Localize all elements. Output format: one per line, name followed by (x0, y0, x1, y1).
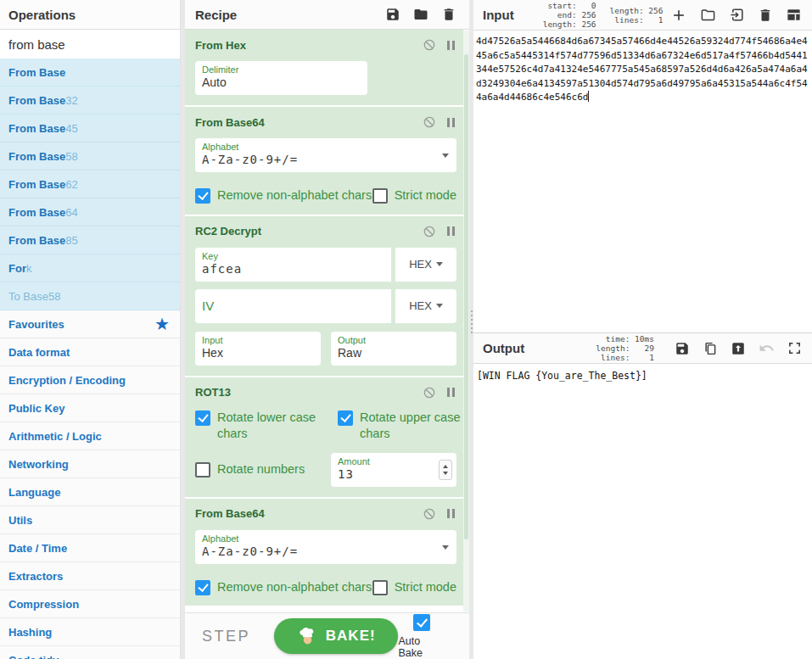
delimiter-field[interactable]: Delimiter Auto (195, 61, 367, 95)
chevron-down-icon[interactable] (442, 154, 449, 158)
recipe-header: Recipe (185, 0, 469, 30)
sidebar-item-encryption-encoding[interactable]: Encryption / Encoding (0, 366, 180, 394)
breakpoint-icon[interactable] (447, 226, 455, 236)
sidebar-item-compression[interactable]: Compression (0, 590, 180, 618)
sidebar-item-extractors[interactable]: Extractors (0, 562, 180, 590)
arg-value: A-Za-z0-9+/= (202, 153, 450, 166)
number-stepper[interactable] (439, 460, 452, 480)
operation-item-from-base85[interactable]: From Base85 (0, 226, 180, 254)
disable-icon[interactable] (423, 38, 436, 52)
input-textarea[interactable]: 4d47526a5a5446684d6a67345a57466d4e44526a… (473, 31, 808, 105)
sidebar-item-data-format[interactable]: Data format (0, 338, 180, 366)
output-title: Output (483, 341, 524, 355)
strict-mode-checkbox[interactable]: Strict mode (372, 187, 456, 204)
breakpoint-icon[interactable] (447, 41, 455, 50)
op-title: ROT13 (195, 386, 423, 399)
chevron-down-icon[interactable] (442, 545, 449, 550)
checkbox[interactable] (372, 580, 388, 595)
arg-label: Delimiter (202, 64, 361, 75)
remove-non-alphabet-checkbox[interactable]: Remove non-alphabet chars (195, 579, 372, 596)
strict-mode-checkbox[interactable]: Strict mode (372, 579, 456, 596)
key-mode-select[interactable]: HEX (395, 248, 456, 282)
op-title: RC2 Decrypt (195, 225, 423, 237)
breakpoint-icon[interactable] (447, 509, 455, 518)
input-format-select[interactable]: Input Hex (195, 332, 321, 366)
recipe-op-from-hex[interactable]: From Hex Delimiter Auto (185, 30, 463, 105)
sidebar-item-language[interactable]: Language (0, 478, 180, 506)
input-header: Input start: 0 end: 256 length: 256 leng… (473, 0, 812, 31)
amount-field[interactable]: Amount 13 (331, 453, 456, 487)
key-field[interactable]: Key afcea (195, 248, 391, 282)
sidebar-item-arithmetic-logic[interactable]: Arithmetic / Logic (0, 422, 180, 450)
sidebar-item-favourites[interactable]: Favourites ★ (0, 310, 180, 338)
rotate-lower-checkbox[interactable]: Rotate lower case chars (195, 410, 338, 443)
recipe-panel: Recipe From Hex Delimiter (185, 0, 469, 659)
disable-icon[interactable] (423, 507, 436, 521)
step-button[interactable]: STEP (202, 628, 250, 645)
op-title: From Base64 (195, 116, 423, 129)
input-pane: Input start: 0 end: 256 length: 256 leng… (473, 0, 812, 332)
maximize-icon[interactable] (787, 341, 802, 355)
alphabet-field[interactable]: Alphabet A-Za-z0-9+/= (195, 138, 456, 172)
remove-non-alphabet-checkbox[interactable]: Remove non-alphabet chars (195, 187, 372, 204)
checkbox[interactable] (195, 462, 210, 477)
rotate-numbers-checkbox[interactable]: Rotate numbers (195, 461, 305, 478)
recipe-scrollbar-thumb[interactable] (464, 54, 468, 539)
operation-item-from-base58[interactable]: From Base58 (0, 142, 180, 170)
bake-button[interactable]: BAKE! (274, 618, 398, 654)
iv-field[interactable]: IV (195, 289, 391, 323)
recipe-io-divider[interactable] (469, 0, 473, 659)
auto-bake-control: Auto Bake (398, 613, 445, 659)
folder-icon[interactable] (413, 7, 428, 22)
breakpoint-icon[interactable] (447, 118, 455, 127)
operation-item-to-base58[interactable]: To Base58 (0, 282, 180, 310)
alphabet-field[interactable]: Alphabet A-Za-z0-9+/= (195, 530, 456, 564)
sidebar-item-networking[interactable]: Networking (0, 450, 180, 478)
iv-mode-select[interactable]: HEX (395, 289, 456, 323)
checkbox[interactable] (195, 410, 210, 426)
recipe-op-from-base64[interactable]: From Base64 Alphabet A-Za-z0-9+/= (185, 107, 463, 215)
operation-item-from-base45[interactable]: From Base45 (0, 114, 180, 142)
operation-search-input[interactable] (0, 30, 180, 59)
sidebar-item-public-key[interactable]: Public Key (0, 394, 180, 422)
checkbox[interactable] (338, 410, 353, 426)
trash-icon[interactable] (441, 7, 456, 22)
save-icon[interactable] (385, 7, 400, 22)
star-icon[interactable]: ★ (154, 316, 170, 332)
copy-icon[interactable] (703, 341, 718, 356)
output-format-select[interactable]: Output Raw (331, 332, 456, 366)
sidebar-item-code-tidy[interactable]: Code tidy (0, 646, 180, 659)
open-in-tab-icon[interactable] (731, 341, 746, 356)
operation-item-from-base32[interactable]: From Base32 (0, 87, 180, 114)
recipe-op-rc2-decrypt[interactable]: RC2 Decrypt Key afcea HEX (185, 216, 463, 376)
open-folder-icon[interactable] (700, 7, 716, 23)
save-icon[interactable] (675, 341, 690, 356)
checkbox[interactable] (195, 580, 210, 595)
sidebar-item-date-time[interactable]: Date / Time (0, 534, 180, 562)
trash-icon[interactable] (758, 8, 773, 23)
operation-item-from-base62[interactable]: From Base62 (0, 170, 180, 198)
breakpoint-icon[interactable] (447, 388, 455, 397)
layout-icon[interactable] (786, 7, 802, 23)
recipe-op-rot13[interactable]: ROT13 Rotate lower case chars (185, 377, 463, 497)
sidebar-item-hashing[interactable]: Hashing (0, 618, 180, 646)
op-title: From Hex (195, 39, 423, 52)
auto-bake-checkbox[interactable] (413, 614, 430, 631)
rotate-upper-checkbox[interactable]: Rotate upper case chars (338, 410, 469, 443)
disable-icon[interactable] (423, 115, 436, 129)
operation-item-fork[interactable]: Fork (0, 254, 180, 282)
operation-item-from-base64[interactable]: From Base64 (0, 198, 180, 226)
undo-icon[interactable] (759, 340, 775, 356)
open-file-icon[interactable] (729, 7, 745, 23)
recipe-op-from-base64-2[interactable]: From Base64 Alphabet A-Za-z0-9+/= (185, 499, 463, 606)
checkbox[interactable] (195, 188, 210, 204)
splitter-grip-icon[interactable] (471, 310, 473, 333)
chevron-down-icon (436, 262, 443, 266)
checkbox[interactable] (372, 188, 388, 204)
operation-item-from-base[interactable]: From Base (0, 59, 180, 87)
sidebar-item-utils[interactable]: Utils (0, 506, 180, 534)
disable-icon[interactable] (423, 225, 436, 238)
auto-bake-label: Auto Bake (398, 635, 445, 659)
plus-icon[interactable] (670, 7, 687, 24)
disable-icon[interactable] (423, 386, 436, 399)
